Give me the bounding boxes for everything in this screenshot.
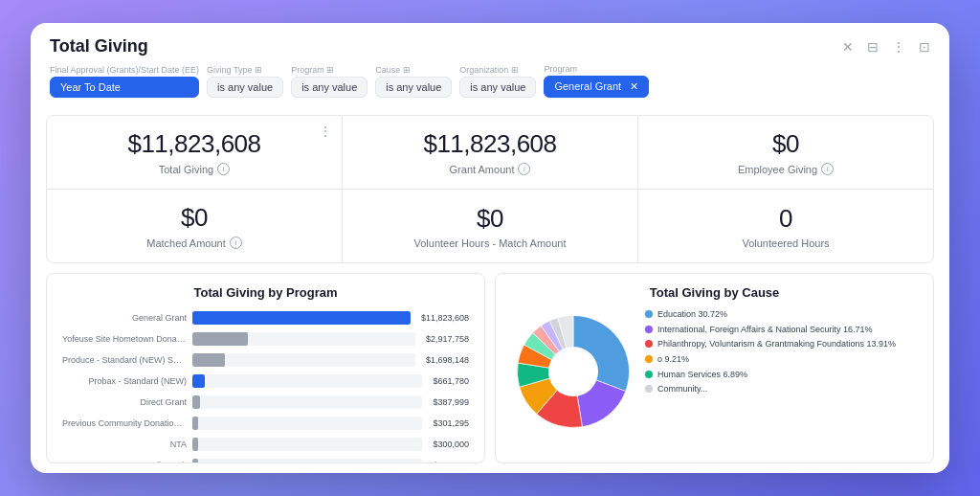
- bar-value: $2,917,758: [426, 334, 469, 344]
- bar-label: Yofeuse Site Hometown Donations: [62, 334, 187, 344]
- filter-chip-giving-type[interactable]: is any value: [207, 77, 283, 98]
- window-controls: ✕ ⊟ ⋮ ⊡: [842, 39, 930, 55]
- bar-label: Produce - Standard (NEW) Short Form: [62, 355, 187, 365]
- bar-value: $1,698,148: [426, 355, 469, 365]
- bar-track: [192, 459, 422, 463]
- filter-group-cause: Cause ⊞ is any value: [375, 65, 452, 98]
- legend-label: Community...: [657, 384, 707, 395]
- bar-fill: [192, 332, 248, 346]
- bar-value: $301,295: [433, 418, 469, 428]
- bar-track: [192, 395, 422, 409]
- metric-card-matched-amount: $0 Matched Amount i: [47, 190, 342, 262]
- bar-track: [192, 438, 422, 451]
- legend-dot: [645, 310, 653, 318]
- bar-fill: [192, 438, 198, 451]
- remove-filter-icon[interactable]: ✕: [630, 80, 638, 92]
- bar-fill: [192, 374, 205, 388]
- info-icon-total-giving[interactable]: i: [217, 163, 230, 175]
- title-bar: Total Giving ✕ ⊟ ⋮ ⊡: [31, 23, 949, 56]
- bar-label: NTA: [62, 440, 187, 449]
- legend-item: Education 30.72%: [645, 309, 896, 321]
- bar-label: General Grant: [62, 313, 187, 323]
- bar-row: Previous Community Donation Matchi$301,2…: [62, 415, 469, 432]
- legend-label: Human Services 6.89%: [657, 370, 747, 381]
- legend-item: International, Foreign Affairs & Nationa…: [645, 325, 896, 336]
- pie-svg-wrap: [511, 309, 635, 438]
- legend-dot: [645, 340, 653, 348]
- filter-label-program2: Program: [544, 64, 649, 74]
- metric-value-volunteer-match: $0: [477, 204, 503, 234]
- bar-fill: [192, 395, 200, 409]
- bar-track: [192, 374, 422, 388]
- filter-label-cause: Cause ⊞: [375, 65, 452, 75]
- legend-item: Human Services 6.89%: [645, 370, 896, 381]
- charts-row: Total Giving by Program General Grant$11…: [46, 273, 934, 463]
- bar-value: $387,999: [433, 397, 469, 407]
- bar-value: $661,780: [433, 376, 469, 386]
- pie-chart-svg: [511, 309, 635, 434]
- pie-center: [548, 347, 598, 396]
- metric-card-grant-amount: $11,823,608 Grant Amount i: [343, 116, 637, 189]
- bar-row: Yofeuse Site Hometown Donations$2,917,75…: [62, 330, 469, 348]
- metric-value-matched-amount: $0: [181, 203, 208, 233]
- filter-group-date: Final Approval (Grants)/Start Date (EE) …: [50, 65, 199, 98]
- legend-label: Education 30.72%: [657, 309, 727, 321]
- metric-label-volunteer-hours: Volunteered Hours: [742, 237, 829, 249]
- metric-card-total-giving: ⋮ $11,823,608 Total Giving i: [47, 116, 342, 189]
- legend-dot: [645, 355, 653, 363]
- metric-value-volunteer-hours: 0: [779, 204, 792, 234]
- bar-chart: General Grant$11,823,608Yofeuse Site Hom…: [62, 309, 469, 463]
- expand-icon[interactable]: ⊡: [919, 39, 930, 55]
- legend-dot: [645, 326, 653, 333]
- filter-chip-org[interactable]: is any value: [459, 77, 536, 98]
- metric-label-grant-amount: Grant Amount i: [450, 163, 531, 175]
- filter-chip-cause[interactable]: is any value: [375, 77, 452, 98]
- bar-fill: [192, 459, 198, 463]
- filter-group-program1: Program ⊞ is any value: [291, 65, 368, 98]
- info-icon-grant-amount[interactable]: i: [518, 163, 530, 175]
- bar-chart-card: Total Giving by Program General Grant$11…: [46, 273, 485, 463]
- filter-bar: Final Approval (Grants)/Start Date (EE) …: [31, 56, 949, 105]
- bar-track: [192, 332, 415, 346]
- legend-label: ο 9.21%: [657, 354, 689, 366]
- info-icon-employee-giving[interactable]: i: [821, 163, 834, 175]
- metric-value-employee-giving: $0: [772, 129, 799, 159]
- info-icon-matched-amount[interactable]: i: [230, 237, 242, 249]
- filter-chip-program1[interactable]: is any value: [291, 77, 368, 98]
- legend-item: Philanthropy, Voluntarism & Grantmaking …: [645, 339, 896, 350]
- pie-chart-title: Total Giving by Cause: [511, 285, 918, 300]
- metric-card-volunteer-hours: 0 Volunteered Hours: [638, 190, 933, 262]
- filter-group-program2: Program General Grant ✕: [544, 64, 649, 98]
- bar-value: $11,823,608: [421, 313, 469, 323]
- more-icon[interactable]: ⋮: [892, 39, 905, 55]
- bar-track: [192, 417, 422, 430]
- metric-more-icon[interactable]: ⋮: [319, 124, 332, 139]
- bar-row: Probax - Standard (NEW)$661,780: [62, 372, 469, 390]
- bar-row: Direct Grant$387,999: [62, 394, 469, 411]
- bar-label: Probax - Standard (NEW): [62, 376, 187, 386]
- legend-item: ο 9.21%: [645, 354, 896, 366]
- filter-label-date: Final Approval (Grants)/Start Date (EE): [50, 65, 199, 75]
- bar-fill: [192, 311, 411, 325]
- bar-label: Direct Grant: [62, 397, 187, 407]
- metric-card-employee-giving: $0 Employee Giving i: [638, 116, 933, 189]
- legend-dot: [645, 385, 653, 393]
- bar-fill: [192, 353, 225, 367]
- bar-fill: [192, 417, 198, 430]
- filter-label-giving-type: Giving Type ⊞: [207, 65, 283, 75]
- close-icon[interactable]: ✕: [842, 39, 854, 55]
- filter-chip-program2[interactable]: General Grant ✕: [544, 76, 649, 98]
- filter-icon[interactable]: ⊟: [867, 39, 879, 55]
- bar-row: Produce - Standard (NEW) Short Form$1,69…: [62, 351, 469, 369]
- bar-track: [192, 353, 415, 367]
- filter-chip-date[interactable]: Year To Date: [50, 77, 199, 98]
- legend-item: Community...: [645, 384, 896, 395]
- pie-container: Education 30.72%International, Foreign A…: [511, 309, 918, 438]
- metric-card-volunteer-match: $0 Volunteer Hours - Match Amount: [343, 190, 637, 262]
- bar-track: [192, 311, 411, 325]
- metrics-grid: ⋮ $11,823,608 Total Giving i $11,823,608…: [46, 115, 934, 263]
- bar-row: Payroll Match$298,425: [62, 457, 469, 463]
- bar-row: NTA$300,000: [62, 436, 469, 453]
- bar-label: Previous Community Donation Matchi: [62, 418, 187, 428]
- metric-label-volunteer-match: Volunteer Hours - Match Amount: [414, 237, 567, 249]
